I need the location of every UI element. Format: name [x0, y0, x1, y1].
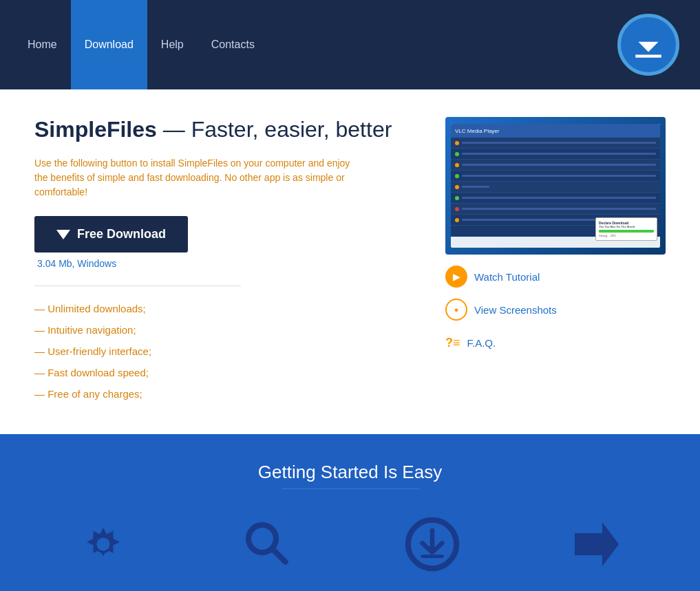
- download-arrow-icon: [56, 230, 70, 239]
- logo-icon: [617, 14, 679, 76]
- left-column: SimpleFiles — Faster, easier, better Use…: [34, 117, 425, 400]
- title-rest: — Faster, easier, better: [157, 117, 392, 142]
- main-section: SimpleFiles — Faster, easier, better Use…: [0, 89, 700, 434]
- brand-name: SimpleFiles: [34, 117, 157, 142]
- faq-icon: ?≡: [445, 332, 460, 354]
- feature-4: Fast download speed;: [34, 367, 425, 378]
- step-search-icon: [240, 517, 295, 572]
- ss-row: [451, 138, 660, 149]
- faq-link[interactable]: ?≡ F.A.Q.: [445, 332, 666, 354]
- ss-row: [451, 204, 660, 215]
- gear-icon: [76, 517, 131, 572]
- app-screenshot: VLC Media Player Declare Download The Yo…: [445, 117, 666, 255]
- ss-row: [451, 160, 660, 171]
- svg-marker-7: [575, 522, 619, 566]
- right-column: VLC Media Player Declare Download The Yo…: [445, 117, 666, 400]
- download-logo-svg: [631, 28, 666, 62]
- ss-dialog: Declare Download The You Men Fix The Wor…: [595, 217, 657, 241]
- step-download-icon: [405, 517, 460, 572]
- view-screenshots-label: View Screenshots: [474, 304, 557, 316]
- features-list: Unlimited downloads; Intuitive navigatio…: [34, 303, 425, 400]
- camera-icon: ●: [445, 299, 467, 321]
- feature-5: Free of any charges;: [34, 388, 425, 400]
- description: Use the following button to install Simp…: [34, 156, 365, 200]
- ss-row: [451, 149, 660, 160]
- download-circle-icon: [405, 517, 460, 572]
- divider: [34, 286, 241, 286]
- header: Home Download Help Contacts: [0, 0, 700, 89]
- download-meta: 3.04 Mb, Windows: [37, 258, 425, 269]
- search-icon: [240, 517, 295, 572]
- play-icon: ▶: [445, 266, 467, 288]
- watch-tutorial-link[interactable]: ▶ Watch Tutorial: [445, 266, 666, 288]
- download-btn-label: Free Download: [77, 227, 166, 241]
- feature-2: Intuitive navigation;: [34, 324, 425, 336]
- nav: Home Download Help Contacts: [14, 0, 268, 89]
- getting-started-title: Getting Started Is Easy: [21, 462, 679, 483]
- getting-started-section: Getting Started Is Easy: [0, 434, 700, 591]
- main-title: SimpleFiles — Faster, easier, better: [34, 117, 425, 142]
- step-open-icon: [569, 517, 624, 572]
- ss-row: [451, 193, 660, 204]
- watch-tutorial-label: Watch Tutorial: [474, 271, 540, 283]
- nav-help[interactable]: Help: [147, 0, 198, 89]
- feature-1: Unlimited downloads;: [34, 303, 425, 314]
- nav-download[interactable]: Download: [71, 0, 147, 89]
- ss-topbar: VLC Media Player: [451, 124, 660, 138]
- arrow-right-icon: [569, 517, 624, 572]
- screenshot-inner: VLC Media Player Declare Download The Yo…: [451, 124, 660, 248]
- view-screenshots-link[interactable]: ● View Screenshots: [445, 299, 666, 321]
- svg-line-3: [272, 548, 285, 561]
- faq-label: F.A.Q.: [467, 337, 496, 349]
- ss-row: [451, 171, 660, 182]
- svg-point-1: [96, 537, 109, 550]
- step-install-icon: [76, 517, 131, 572]
- ss-row: [451, 182, 660, 193]
- gs-divider: [282, 488, 419, 489]
- feature-3: User-friendly interface;: [34, 345, 425, 357]
- ss-body: Declare Download The You Men Fix The Wor…: [451, 138, 660, 237]
- nav-contacts[interactable]: Contacts: [198, 0, 268, 89]
- nav-home[interactable]: Home: [14, 0, 71, 89]
- steps-icons: [21, 517, 679, 572]
- free-download-button[interactable]: Free Download: [34, 216, 188, 252]
